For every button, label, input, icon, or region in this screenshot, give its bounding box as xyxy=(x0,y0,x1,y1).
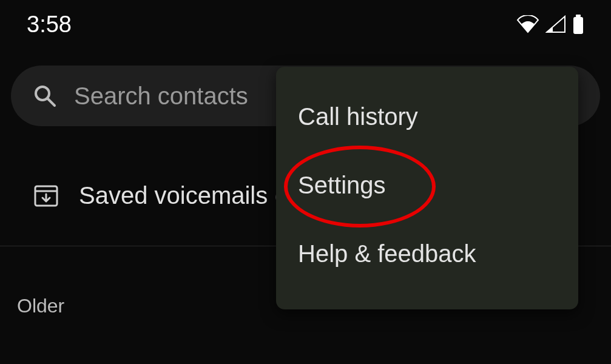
cellular-icon xyxy=(545,15,566,33)
menu-item-label: Settings xyxy=(298,172,386,199)
saved-voicemails-label: Saved voicemails (0) xyxy=(79,182,304,209)
menu-item-settings[interactable]: Settings xyxy=(276,151,578,220)
status-bar: 3:58 xyxy=(0,0,611,49)
menu-item-help-feedback[interactable]: Help & feedback xyxy=(276,220,578,288)
menu-item-label: Help & feedback xyxy=(298,240,476,268)
archive-download-icon xyxy=(33,183,59,209)
search-placeholder: Search contacts xyxy=(74,83,248,110)
status-time: 3:58 xyxy=(27,12,72,38)
menu-item-label: Call history xyxy=(298,103,418,130)
status-icons xyxy=(516,15,584,34)
svg-rect-1 xyxy=(573,17,583,34)
search-icon xyxy=(33,84,57,108)
overflow-menu: Call history Settings Help & feedback xyxy=(276,67,578,309)
svg-rect-0 xyxy=(576,15,581,17)
svg-line-3 xyxy=(48,99,55,106)
menu-item-call-history[interactable]: Call history xyxy=(276,83,578,151)
battery-icon xyxy=(572,15,584,34)
wifi-icon xyxy=(516,15,539,33)
